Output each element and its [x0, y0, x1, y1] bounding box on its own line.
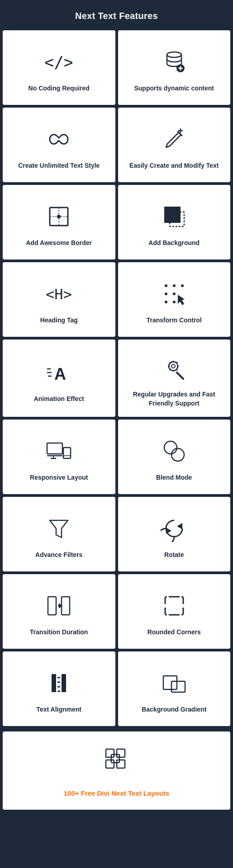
card-label: Heading Tag [40, 316, 78, 325]
responsive-icon [43, 435, 75, 467]
infinity-icon [43, 123, 75, 155]
card-label: Blend Mode [156, 473, 192, 482]
heading-icon [43, 278, 75, 310]
rounded-icon [158, 590, 190, 622]
card-label: Add Awesome Border [26, 239, 92, 248]
card-label: Rounded Corners [147, 628, 201, 637]
grid-icon [101, 744, 133, 776]
blend-icon [158, 435, 190, 467]
footer-label: 100+ Free Divi Next Text Layouts [64, 788, 170, 799]
footer-highlight: 100+ [64, 789, 79, 797]
card-label: Easily Create and Modify Text [129, 161, 219, 170]
card-transform: Transform Control [118, 262, 231, 337]
card-label: Transform Control [147, 316, 202, 325]
card-label: Create Unlimited Text Style [18, 161, 100, 170]
card-label: Advance Filters [35, 551, 82, 560]
footer-card: 100+ Free Divi Next Text Layouts [3, 731, 230, 810]
card-unlimited-text: Create Unlimited Text Style [3, 108, 115, 182]
card-responsive: Responsive Layout [3, 420, 115, 494]
gradient-icon [158, 667, 190, 699]
card-label: Rotate [164, 551, 184, 560]
transform-icon [158, 278, 190, 310]
rotate-icon [158, 513, 190, 544]
features-grid: No Coding Required Supports dynamic cont… [0, 30, 233, 729]
filter-icon [43, 513, 75, 544]
card-alignment: Text Alignment [3, 651, 115, 726]
database-icon [158, 46, 190, 78]
card-heading-tag: Heading Tag [3, 262, 115, 337]
background-icon [158, 201, 190, 232]
code-icon [43, 46, 75, 78]
footer-text: Free Divi Next Text Layouts [79, 789, 170, 797]
card-border: Add Awesome Border [3, 185, 115, 259]
card-filters: Advance Filters [3, 497, 115, 571]
card-label: No Coding Required [29, 84, 90, 93]
page-title: Next Text Features [0, 0, 233, 30]
pen-plus-icon [158, 123, 190, 155]
border-icon [43, 201, 75, 232]
card-label: Background Gradient [142, 705, 206, 714]
card-label: Animation Effect [34, 395, 84, 404]
transition-icon [43, 590, 75, 622]
card-label: Regular Upgrades and Fast Friendly Suppo… [124, 390, 225, 408]
card-label: Transition Duration [30, 628, 88, 637]
card-rounded: Rounded Corners [118, 574, 231, 649]
card-label: Responsive Layout [30, 473, 88, 482]
card-rotate: Rotate [118, 497, 231, 571]
card-blend: Blend Mode [118, 420, 231, 494]
card-modify-text: Easily Create and Modify Text [118, 108, 231, 182]
card-transition: Transition Duration [3, 574, 115, 649]
card-background: Add Background [118, 185, 231, 259]
card-dynamic-content: Supports dynamic content [118, 30, 231, 105]
card-gradient: Background Gradient [118, 651, 231, 726]
card-label: Text Alignment [36, 705, 81, 714]
card-animation: Animation Effect [3, 340, 115, 417]
card-label: Add Background [148, 239, 200, 248]
support-icon [158, 352, 190, 384]
animation-icon [43, 357, 75, 388]
alignment-icon [43, 667, 75, 699]
card-no-coding: No Coding Required [3, 30, 115, 105]
card-support: Regular Upgrades and Fast Friendly Suppo… [118, 340, 231, 417]
card-label: Supports dynamic content [134, 84, 214, 93]
